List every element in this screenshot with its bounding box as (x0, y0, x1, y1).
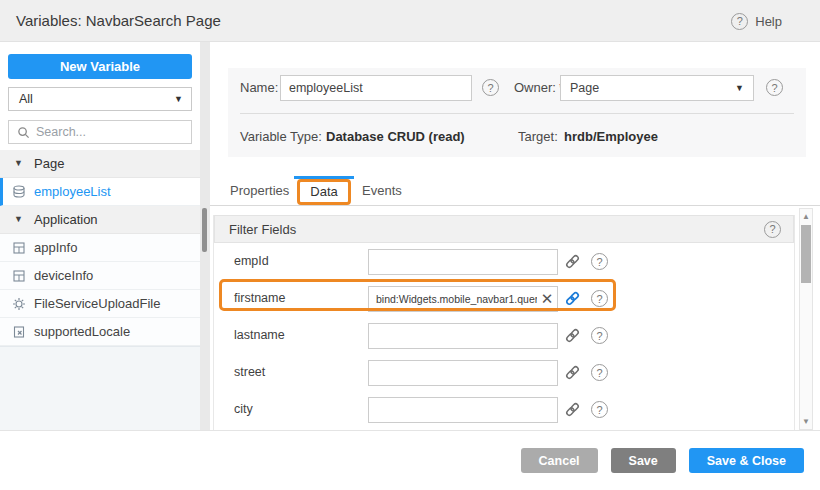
tab-properties[interactable]: Properties (230, 176, 289, 206)
filter-fields-header: Filter Fields ? (214, 215, 794, 243)
dialog-body: New Variable All ▼ ▼ Page (0, 42, 820, 430)
collapse-triangle-icon: ▼ (14, 159, 23, 168)
filter-field-label: firstname (234, 280, 285, 317)
clear-binding-icon[interactable]: ✕ (538, 287, 556, 311)
divider (240, 113, 794, 114)
tree-item-label: appInfo (34, 240, 77, 255)
bind-link-icon[interactable] (564, 253, 581, 270)
search-input[interactable] (36, 125, 191, 139)
filter-field-input[interactable] (368, 397, 558, 423)
tree-item-label: deviceInfo (34, 268, 93, 283)
tree-group-page[interactable]: ▼ Page (0, 150, 200, 178)
sidebar-scrollbar[interactable] (200, 42, 210, 430)
locale-doc-icon (12, 325, 26, 339)
tree-item-label: employeeList (34, 184, 111, 199)
content-scrollbar-thumb[interactable] (801, 225, 811, 283)
gear-icon (12, 297, 26, 311)
filter-field-label: city (234, 391, 253, 428)
field-help-icon[interactable]: ? (591, 290, 608, 307)
tree-item-label: supportedLocale (34, 324, 130, 339)
sidebar-empty-area (0, 346, 200, 430)
chevron-down-icon: ▼ (174, 88, 183, 110)
help-label: Help (755, 14, 782, 29)
variable-filter-select[interactable]: All ▼ (8, 87, 192, 111)
scroll-up-icon[interactable]: ▲ (800, 212, 812, 221)
tree-item-employeelist[interactable]: employeeList (0, 178, 200, 206)
owner-help-icon[interactable]: ? (766, 79, 783, 96)
filter-field-input[interactable] (368, 249, 558, 275)
variables-sidebar: New Variable All ▼ ▼ Page (0, 42, 200, 430)
help-icon: ? (731, 13, 748, 30)
scroll-down-icon[interactable]: ▼ (800, 417, 812, 426)
tree-item-deviceinfo[interactable]: deviceInfo (0, 262, 200, 290)
filter-field-input[interactable] (368, 323, 558, 349)
tree-item-label: FileServiceUploadFile (34, 296, 160, 311)
tree-group-label: Page (34, 156, 64, 171)
tree-item-fileserviceuploadfile[interactable]: FileServiceUploadFile (0, 290, 200, 318)
field-help-icon[interactable]: ? (591, 327, 608, 344)
filter-field-label: empId (234, 243, 269, 280)
owner-value: Page (570, 81, 599, 95)
filter-fields-help-icon[interactable]: ? (764, 221, 781, 238)
tree-item-supportedlocale[interactable]: supportedLocale (0, 318, 200, 346)
variable-type-label: Variable Type: (240, 124, 322, 150)
title-bar: Variables: NavbarSearch Page ? Help (0, 0, 820, 42)
tree-group-application[interactable]: ▼ Application (0, 206, 200, 234)
search-icon (17, 126, 30, 139)
filter-row-empid: empId ? (214, 243, 794, 280)
help-button[interactable]: ? Help (731, 0, 782, 42)
filter-row-street: street ? (214, 354, 794, 391)
field-help-icon[interactable]: ? (591, 364, 608, 381)
filter-row-lastname: lastname ? (214, 317, 794, 354)
variable-info-panel: Name:* ? Owner:* Page ▼ ? Variable Type:… (228, 68, 806, 157)
cancel-button[interactable]: Cancel (521, 448, 598, 473)
database-icon (12, 185, 26, 199)
dialog-footer: Cancel Save Save & Close (0, 430, 820, 490)
bind-link-icon[interactable] (564, 290, 581, 307)
owner-label: Owner:* (514, 68, 564, 108)
name-help-icon[interactable]: ? (482, 79, 499, 96)
bind-link-icon[interactable] (564, 327, 581, 344)
filter-row-firstname: firstname ✕ ? (214, 280, 794, 317)
device-grid-icon (12, 269, 26, 283)
sidebar-scrollbar-thumb[interactable] (202, 208, 207, 252)
tree-group-label: Application (34, 212, 98, 227)
content-scrollbar[interactable]: ▲ ▼ (799, 208, 813, 430)
filter-fields-title: Filter Fields (229, 222, 296, 237)
app-grid-icon (12, 241, 26, 255)
filter-row-city: city ? (214, 391, 794, 428)
filter-fields-panel: Filter Fields ? empId ? firstname (213, 215, 795, 430)
chevron-down-icon: ▼ (735, 76, 744, 100)
variables-tree: ▼ Page employeeList ▼ Application (0, 150, 200, 346)
new-variable-button[interactable]: New Variable (8, 54, 192, 79)
filter-field-input[interactable] (368, 360, 558, 386)
variable-filter-value: All (19, 92, 33, 106)
variables-dialog: Variables: NavbarSearch Page ? Help New … (0, 0, 820, 490)
owner-select[interactable]: Page ▼ (560, 75, 754, 101)
bind-link-icon[interactable] (564, 364, 581, 381)
variable-search (8, 120, 192, 144)
detail-tabbar: Properties Data Events (210, 176, 820, 206)
target-value: hrdb/Employee (564, 124, 658, 150)
page-title: Variables: NavbarSearch Page (16, 0, 221, 42)
target-label: Target: (518, 124, 558, 150)
tab-events[interactable]: Events (362, 176, 402, 206)
variable-detail-panel: Name:* ? Owner:* Page ▼ ? Variable Type:… (210, 42, 820, 430)
collapse-triangle-icon: ▼ (14, 215, 23, 224)
save-and-close-button[interactable]: Save & Close (689, 448, 804, 473)
field-help-icon[interactable]: ? (591, 253, 608, 270)
field-help-icon[interactable]: ? (591, 401, 608, 418)
name-field[interactable] (280, 75, 472, 101)
filter-field-label: lastname (234, 317, 285, 354)
bind-link-icon[interactable] (564, 401, 581, 418)
save-button[interactable]: Save (611, 448, 676, 473)
tree-item-appinfo[interactable]: appInfo (0, 234, 200, 262)
tab-data[interactable]: Data (297, 179, 351, 205)
filter-field-label: street (234, 354, 265, 391)
filter-field-input[interactable] (368, 286, 558, 312)
variable-type-value: Database CRUD (read) (326, 124, 465, 150)
